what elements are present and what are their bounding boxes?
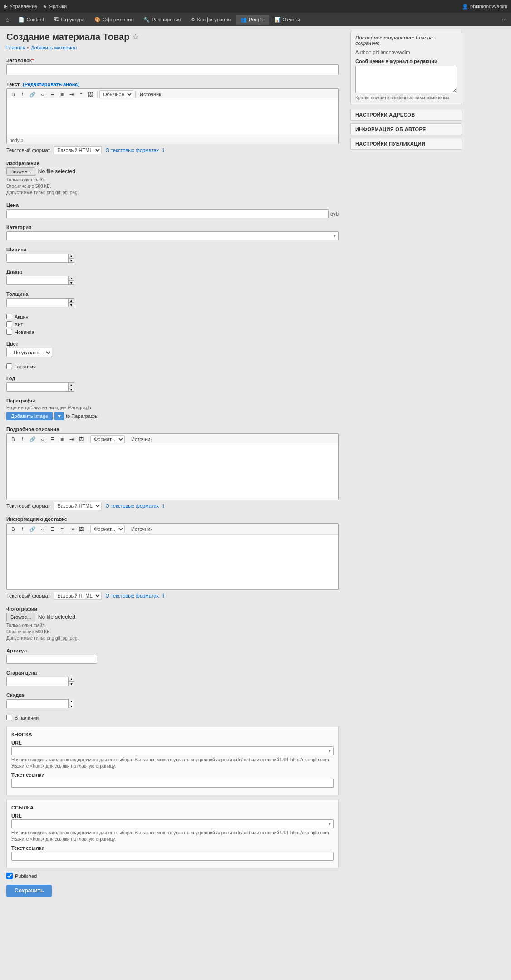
- save-button[interactable]: Сохранить: [6, 885, 52, 897]
- width-spin-up[interactable]: ▲: [68, 254, 74, 258]
- year-input[interactable]: [6, 382, 74, 392]
- delivery-toolbar-bold[interactable]: B: [9, 525, 17, 533]
- toolbar-link[interactable]: 🔗: [27, 91, 38, 98]
- detailed-toolbar-format-select[interactable]: Формат...: [90, 435, 125, 443]
- toolbar-source[interactable]: Источник: [138, 91, 163, 98]
- discount-spin-up[interactable]: ▲: [69, 699, 74, 704]
- title-input[interactable]: [6, 64, 339, 75]
- detailed-toolbar-source[interactable]: Источник: [129, 436, 155, 443]
- nav-people[interactable]: 👥 People: [236, 15, 269, 24]
- length-spin-down[interactable]: ▼: [68, 280, 74, 285]
- delivery-toolbar-ul[interactable]: ☰: [48, 525, 57, 533]
- thickness-input[interactable]: [6, 298, 74, 307]
- detailed-editor-body[interactable]: [7, 445, 338, 500]
- delivery-toolbar-italic[interactable]: I: [18, 525, 26, 533]
- address-settings-header[interactable]: НАСТРОЙКИ АДРЕСОВ: [351, 109, 462, 120]
- delivery-toolbar-indent[interactable]: ⇥: [67, 525, 76, 533]
- delivery-text-format-link[interactable]: О текстовых форматах: [105, 593, 159, 598]
- nav-extensions[interactable]: 🔧 Расширения: [139, 15, 185, 24]
- delivery-toolbar-format-select[interactable]: Формат...: [90, 525, 125, 533]
- edit-anons-link[interactable]: (Редактировать анонс): [23, 82, 79, 87]
- detailed-text-format-info-icon[interactable]: ℹ: [162, 503, 164, 509]
- toolbar-italic[interactable]: I: [18, 91, 26, 98]
- add-image-btn[interactable]: Добавить Image: [6, 412, 53, 420]
- novinka-checkbox[interactable]: [6, 329, 12, 335]
- width-input[interactable]: [6, 254, 74, 263]
- detailed-text-format-select[interactable]: Базовый HTML: [54, 502, 102, 510]
- width-spin-down[interactable]: ▼: [68, 258, 74, 263]
- breadcrumb-current[interactable]: Добавить материал: [31, 45, 77, 50]
- home-nav-item[interactable]: ⌂: [2, 14, 13, 25]
- old-price-spin-down[interactable]: ▼: [69, 682, 74, 686]
- detailed-toolbar-link[interactable]: 🔗: [27, 436, 38, 443]
- toolbar-indent[interactable]: ⇥: [67, 91, 76, 98]
- text-format-info-icon[interactable]: ℹ: [162, 147, 164, 153]
- button-url-input[interactable]: [11, 746, 334, 755]
- publish-settings-header[interactable]: НАСТРОЙКИ ПУБЛИКАЦИИ: [351, 138, 462, 149]
- toolbar-ul[interactable]: ☰: [48, 91, 57, 98]
- delivery-toolbar-image[interactable]: 🖼: [77, 525, 86, 533]
- link-link-text-input[interactable]: [11, 852, 334, 861]
- detailed-toolbar-ul[interactable]: ☰: [48, 436, 57, 443]
- breadcrumb-home[interactable]: Главная: [6, 45, 25, 50]
- author-info-header[interactable]: ИНФОРМАЦИЯ ОБ АВТОРЕ: [351, 124, 462, 135]
- nav-manage[interactable]: ⊞ Управление: [4, 4, 37, 10]
- detailed-toolbar-unlink[interactable]: ∞: [39, 436, 47, 443]
- nav-structure[interactable]: 🏗 Структура: [49, 15, 89, 24]
- warranty-checkbox[interactable]: [6, 363, 12, 369]
- hit-checkbox[interactable]: [6, 321, 12, 327]
- article-input[interactable]: [6, 655, 97, 664]
- delivery-toolbar-unlink[interactable]: ∞: [39, 525, 47, 533]
- color-select[interactable]: - Не указано -: [6, 348, 52, 357]
- link-url-input[interactable]: [11, 819, 334, 828]
- length-input[interactable]: [6, 276, 74, 285]
- discount-input[interactable]: [6, 699, 74, 708]
- toolbar-bold[interactable]: B: [9, 91, 17, 98]
- delivery-toolbar-source[interactable]: Источник: [129, 525, 155, 533]
- delivery-text-format-info-icon[interactable]: ℹ: [162, 593, 164, 599]
- detailed-toolbar-italic[interactable]: I: [18, 436, 26, 443]
- detailed-toolbar-indent[interactable]: ⇥: [67, 436, 76, 443]
- old-price-input[interactable]: [6, 677, 74, 686]
- discount-spin-down[interactable]: ▼: [69, 704, 74, 709]
- detailed-toolbar-bold[interactable]: B: [9, 436, 17, 443]
- toolbar-blockquote[interactable]: ❝: [77, 91, 85, 98]
- toolbar-format-select[interactable]: Обычное: [99, 90, 133, 98]
- favorite-icon[interactable]: ☆: [132, 33, 138, 41]
- toolbar-unlink[interactable]: ∞: [39, 91, 47, 98]
- delivery-editor-body[interactable]: [7, 535, 338, 589]
- category-input[interactable]: [6, 231, 339, 240]
- toolbar-image[interactable]: 🖼: [86, 91, 95, 98]
- price-input[interactable]: [6, 209, 329, 218]
- image-browse-btn[interactable]: Browse...: [6, 167, 35, 176]
- year-spin-down[interactable]: ▼: [68, 387, 74, 392]
- text-editor-body[interactable]: [7, 100, 338, 137]
- nav-content[interactable]: 📄 Content: [14, 15, 49, 24]
- thickness-spin-up[interactable]: ▲: [68, 298, 74, 303]
- add-image-dropdown-btn[interactable]: ▼: [54, 412, 64, 420]
- nav-config[interactable]: ⚙ Конфигурация: [186, 15, 235, 24]
- nav-appearance[interactable]: 🎨 Оформление: [90, 15, 138, 24]
- photos-browse-btn[interactable]: Browse...: [6, 613, 35, 621]
- detailed-text-format-link[interactable]: О текстовых форматах: [105, 503, 159, 509]
- text-format-link[interactable]: О текстовых форматах: [105, 147, 159, 153]
- toolbar-ol[interactable]: ≡: [58, 91, 66, 98]
- text-format-select[interactable]: Базовый HTML: [54, 146, 102, 154]
- available-checkbox[interactable]: [6, 715, 12, 720]
- delivery-text-format-select[interactable]: Базовый HTML: [54, 592, 102, 600]
- thickness-spin-down[interactable]: ▼: [68, 303, 74, 307]
- length-spin-up[interactable]: ▲: [68, 276, 74, 280]
- nav-expand[interactable]: ↔: [498, 15, 509, 24]
- journal-textarea[interactable]: [355, 66, 457, 93]
- nav-reports[interactable]: 📊 Отчёты: [270, 15, 305, 24]
- old-price-spin-up[interactable]: ▲: [69, 677, 74, 682]
- delivery-toolbar-ol[interactable]: ≡: [58, 525, 66, 533]
- delivery-toolbar-link[interactable]: 🔗: [27, 525, 38, 533]
- nav-bookmarks[interactable]: ★ Ярлыки: [43, 4, 67, 10]
- akcia-checkbox[interactable]: [6, 314, 12, 319]
- detailed-toolbar-ol[interactable]: ≡: [58, 436, 66, 443]
- published-checkbox[interactable]: [6, 873, 13, 879]
- detailed-toolbar-image[interactable]: 🖼: [77, 436, 86, 443]
- button-link-text-input[interactable]: [11, 779, 334, 788]
- year-spin-up[interactable]: ▲: [68, 382, 74, 387]
